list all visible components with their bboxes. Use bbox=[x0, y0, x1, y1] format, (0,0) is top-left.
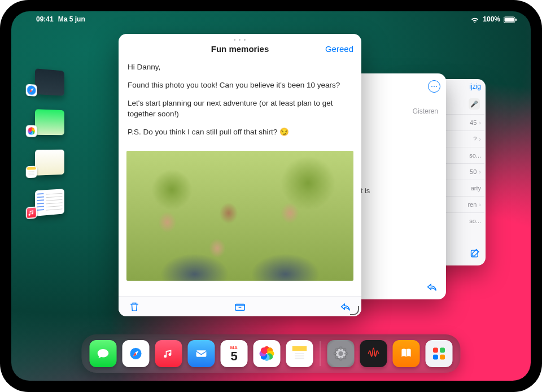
chevron-right-icon: › bbox=[479, 168, 481, 175]
photos-icon bbox=[259, 346, 275, 361]
svg-rect-35 bbox=[440, 355, 445, 360]
dock-app-mail[interactable] bbox=[188, 340, 215, 367]
svg-line-30 bbox=[343, 349, 345, 351]
status-bar: 09:41 Ma 5 jun 100% bbox=[11, 11, 531, 25]
dock: MA 5 bbox=[82, 334, 461, 373]
calendar-day: 5 bbox=[230, 350, 237, 363]
chevron-right-icon: › bbox=[479, 136, 481, 142]
stage-tile-photos[interactable] bbox=[35, 109, 64, 135]
archive-button[interactable] bbox=[229, 300, 251, 313]
compose-title: Fun memories bbox=[211, 44, 269, 54]
safari-icon bbox=[26, 84, 37, 97]
dock-app-messages[interactable] bbox=[90, 340, 117, 367]
svg-rect-2 bbox=[515, 19, 517, 21]
svg-rect-1 bbox=[505, 18, 514, 21]
dock-app-books[interactable] bbox=[393, 340, 420, 367]
delete-button[interactable] bbox=[123, 300, 146, 313]
svg-rect-6 bbox=[27, 167, 36, 170]
mail-date-label: Gisteren bbox=[413, 107, 438, 115]
status-date: Ma 5 jun bbox=[58, 15, 85, 23]
chevron-right-icon: › bbox=[479, 119, 481, 126]
compose-icon[interactable] bbox=[470, 248, 481, 261]
stage-manager-strip bbox=[25, 68, 70, 217]
dock-separator bbox=[320, 341, 321, 366]
edit-button[interactable]: ijzig bbox=[469, 82, 481, 90]
done-button[interactable]: Gereed bbox=[325, 44, 353, 54]
stage-tile-notes[interactable] bbox=[35, 150, 64, 176]
svg-line-29 bbox=[336, 356, 338, 358]
photos-icon bbox=[26, 125, 37, 137]
stage-tile-safari[interactable] bbox=[35, 68, 64, 96]
dock-app-settings[interactable] bbox=[327, 340, 355, 367]
dock-app-notes[interactable] bbox=[286, 340, 313, 367]
dock-app-safari[interactable] bbox=[123, 340, 150, 367]
reply-icon[interactable] bbox=[426, 281, 438, 295]
svg-rect-15 bbox=[196, 350, 207, 356]
dock-app-voicememos[interactable] bbox=[360, 340, 387, 367]
svg-line-27 bbox=[336, 349, 338, 351]
dock-app-calendar[interactable]: MA 5 bbox=[221, 340, 248, 367]
compose-greeting: Hi Danny, bbox=[128, 62, 352, 72]
compose-paragraph: Let's start planning our next adventure … bbox=[128, 98, 352, 119]
svg-line-28 bbox=[343, 356, 345, 358]
status-time: 09:41 bbox=[36, 15, 54, 23]
ipad-device-frame: 09:41 Ma 5 jun 100% bbox=[0, 0, 542, 392]
mail-compose-window[interactable]: • • • Fun memories Gereed Hi Danny, Foun… bbox=[119, 34, 361, 316]
svg-rect-17 bbox=[292, 346, 307, 351]
chevron-right-icon: › bbox=[479, 201, 481, 208]
battery-percentage: 100% bbox=[483, 15, 500, 23]
compose-paragraph: Found this photo you took! Can you belie… bbox=[128, 80, 352, 90]
svg-rect-34 bbox=[433, 355, 438, 360]
svg-rect-10 bbox=[27, 207, 36, 218]
dictate-icon[interactable]: 🎤 bbox=[469, 98, 480, 110]
stage-tile-music[interactable] bbox=[35, 189, 64, 216]
notes-icon bbox=[26, 166, 37, 178]
dock-app-music[interactable] bbox=[155, 340, 182, 367]
svg-rect-32 bbox=[433, 347, 438, 352]
ipad-screen: 09:41 Ma 5 jun 100% bbox=[11, 11, 531, 381]
battery-icon bbox=[504, 15, 517, 23]
compose-titlebar: Fun memories Gereed bbox=[119, 34, 361, 60]
more-actions-icon[interactable]: ⋯ bbox=[428, 80, 440, 93]
compose-toolbar bbox=[119, 296, 361, 316]
compose-attached-photo[interactable] bbox=[126, 151, 353, 281]
compose-paragraph: P.S. Do you think I can still pull off t… bbox=[128, 127, 352, 137]
svg-rect-33 bbox=[440, 347, 445, 352]
dock-app-photos[interactable] bbox=[253, 340, 281, 367]
wifi-icon bbox=[470, 15, 479, 23]
compose-body[interactable]: Hi Danny, Found this photo you took! Can… bbox=[119, 60, 361, 150]
dock-app-recents[interactable] bbox=[426, 340, 453, 367]
music-icon bbox=[26, 206, 37, 219]
svg-point-22 bbox=[338, 351, 343, 356]
